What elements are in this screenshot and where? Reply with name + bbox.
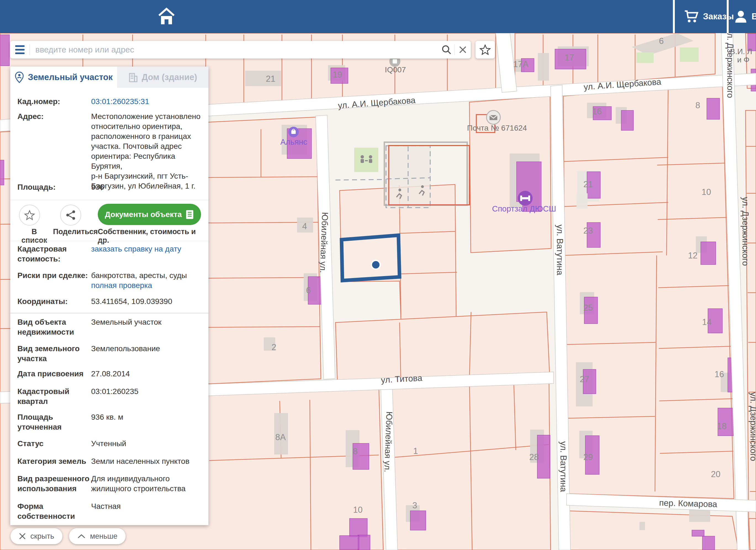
map-label: 25 [583,303,593,313]
divider-3 [10,313,208,313]
area-label: Площадь: [17,182,90,192]
map-label: 12 [688,251,697,260]
star-icon [479,44,491,55]
land-category-label: Категория земель [17,456,90,466]
map-label: Альянс [280,137,307,146]
coordinates-label: Координаты: [17,297,90,306]
map-label: Спортзал ДЮСШ [492,204,556,213]
hide-icon [19,533,26,540]
orders-button[interactable]: Заказы [684,0,734,33]
permitted-use-label: Вид разрешенного использования [17,474,90,494]
divider [10,200,208,200]
map-label: ул. Дзержинского [725,29,735,98]
map-label: 16 [715,369,724,379]
map-label: Почта № 671624 [467,124,527,132]
map-label: В.И. Л [730,47,752,56]
status-value: Учтенный [91,439,203,449]
share-button[interactable] [60,205,81,226]
hide-button[interactable]: скрыть [10,528,62,544]
map-label: 10 [702,187,711,197]
header-separator [673,0,675,33]
refined-area-label: Площадь уточненная [17,412,90,432]
map-label: 4 [302,221,307,231]
less-button[interactable]: меньше [69,528,126,544]
map-label: 2 [271,342,276,352]
login-button[interactable]: Вход [734,0,756,33]
land-parcel-icon [15,72,24,83]
map-label: 17А [513,59,528,69]
quarter-label: Кадастровый квартал [17,387,90,406]
info-panel: Земельный участок Дом (здание) Кад.номер… [10,67,208,525]
owner-info-label[interactable]: Собственник, стоимость и др. [98,228,208,245]
map-label: ул. Ватутина [559,441,568,492]
search-bar [10,41,471,59]
risks-label: Риски при сделке: [17,271,90,281]
hide-label: скрыть [30,532,54,541]
search-icon[interactable] [438,41,454,58]
object-documents-label: Документы объекта [105,210,182,219]
risks-value: банкротства, аресты, судыполная проверка [91,271,203,290]
tab-land-parcel[interactable]: Земельный участок [10,67,117,88]
map-label: 8 [353,446,357,456]
map-label: 3 [412,501,417,510]
selected-parcel-marker [371,260,380,269]
panel-tabs: Земельный участок Дом (здание) [10,67,208,88]
map-label: 10 [353,505,363,515]
kad-number-value[interactable]: 03:01:260235:31 [91,97,203,107]
header-separator-2 [727,0,729,33]
map-label: 14 [702,317,712,327]
map-label: 6 [306,285,311,295]
map-label: 8 [695,101,700,110]
home-icon[interactable] [157,7,176,26]
map-label: IQ007 [385,65,406,74]
tab-house-label: Дом (здание) [142,72,197,82]
map-label: ул. Ватутина [555,224,565,275]
land-category-value: Земли населенных пунктов [91,456,203,466]
user-icon [734,10,747,23]
top-bar: Заказы Вход [0,0,756,33]
quarter-value: 03:01:260235 [91,387,203,396]
map-label: 17 [565,53,574,62]
map-label: 6 [659,36,664,46]
share-icon [66,210,76,220]
clear-search-icon[interactable] [455,41,471,58]
cart-icon [684,10,699,23]
address-value: Местоположение установлено относительно … [91,112,203,191]
coordinates-value: 53.411654, 109.039390 [91,297,203,306]
permitted-use-value: Для индивидуального жилищного строительс… [91,474,203,494]
ownership-form-value: Частная [91,501,203,511]
parcel-type-label: Вид земельного участка [17,344,90,364]
add-to-list-button[interactable] [19,205,40,226]
ownership-form-label: Форма собственности [17,501,90,521]
add-to-list-label[interactable]: В список [19,228,49,245]
map-label: 23 [583,226,593,236]
object-documents-button[interactable]: Документы объекта [98,204,201,225]
refined-area-value: 936 кв. м [91,412,203,422]
less-label: меньше [90,532,117,541]
login-label: Вход [752,12,756,22]
map-label: 28 [529,452,539,462]
tab-land-label: Земельный участок [28,72,113,82]
selected-parcel[interactable] [342,235,400,281]
map-label: 27 [580,374,589,384]
map-label: 21 [266,74,275,84]
map-label: ул. Дзержинского [749,392,756,461]
assign-date-label: Дата присвоения [17,369,90,379]
share-label[interactable]: Поделиться [53,228,89,236]
map-label: ул. Дзержинского [741,197,750,266]
risks-link[interactable]: полная проверка [91,281,152,290]
collapse-icon [77,534,86,539]
map-label: и Ф [737,55,750,64]
cadastral-value-link[interactable]: заказать справку на дату [91,244,203,254]
map-label: 19 [333,70,342,80]
tab-house[interactable]: Дом (здание) [117,67,208,88]
menu-icon[interactable] [10,45,30,54]
status-label: Статус [17,439,90,449]
cadastral-value-label: Кадастровая стоимость: [17,244,90,264]
parcel-type-value: Землепользование [91,344,203,354]
map-label: 21 [583,179,593,189]
search-input[interactable] [30,45,438,54]
map-label: пер. Комарова [659,498,718,509]
favorites-button[interactable] [475,41,495,59]
object-type-label: Вид объекта недвижимости [17,317,90,337]
